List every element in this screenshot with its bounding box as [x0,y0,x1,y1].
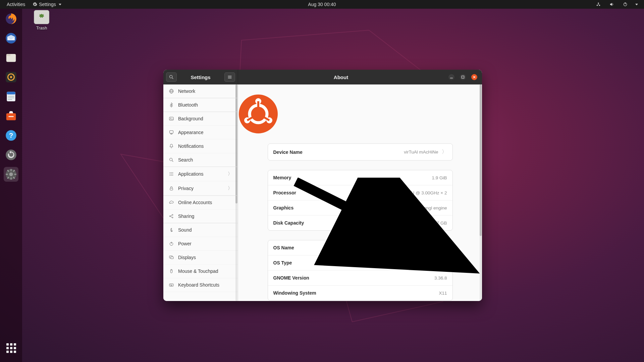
dock-app-rhythmbox[interactable] [4,70,18,84]
os-row-os-name: OS NameUbuntu 20.04.5 LTS [268,240,452,255]
sidebar-item-background[interactable]: Background [163,112,238,126]
power-status-icon[interactable] [621,1,630,8]
displays-icon [169,255,174,260]
hw-row-disk-capacity: Disk Capacity68.7 GB [268,215,452,230]
svg-point-61 [172,231,173,232]
svg-rect-68 [169,284,173,286]
settings-sidebar[interactable]: NetworkBluetoothBackgroundAppearanceNoti… [163,84,238,301]
device-name-panel: Device Name virTuAl mAcHiNe 〉 [268,143,453,161]
files-icon [5,51,17,64]
apps-icon [169,171,174,177]
sidebar-item-sound[interactable]: Sound [163,223,238,237]
device-name-value: virTuAl mAcHiNe [404,149,438,155]
sidebar-item-label: Online Accounts [178,200,212,205]
content-scrollbar[interactable] [480,84,482,301]
dock-app-thunderbird[interactable] [4,31,18,46]
sidebar-search-button[interactable] [166,72,177,82]
sidebar-item-power[interactable]: Power [163,237,238,251]
sidebar-item-network[interactable]: Network [163,84,238,98]
close-button[interactable] [471,74,477,80]
svg-rect-8 [6,54,11,56]
desktop-trash[interactable]: Trash [30,10,53,31]
chevron-right-icon: 〉 [228,171,232,177]
sidebar-item-notifications[interactable]: Notifications [163,139,238,153]
svg-rect-16 [8,99,12,100]
svg-point-58 [169,216,170,217]
row-value: 64-bit [436,260,447,265]
sidebar-item-label: Bluetooth [178,102,198,108]
bluetooth-icon [169,102,174,108]
row-key: GNOME Version [273,275,309,281]
sidebar-item-keyboard-shortcuts[interactable]: Keyboard Shortcuts [163,278,238,292]
sidebar-item-label: Applications [178,171,204,177]
svg-point-59 [172,214,173,215]
dock-app-writer[interactable] [4,89,18,104]
sidebar-item-sharing[interactable]: Sharing [163,209,238,223]
row-value: virgl (AMD® Radeon pro 555 opengl engine [359,205,447,210]
device-name-row[interactable]: Device Name virTuAl mAcHiNe 〉 [268,144,452,160]
svg-point-23 [9,172,13,176]
sidebar-item-displays[interactable]: Displays [163,251,238,264]
network-status-icon[interactable] [594,1,603,8]
sidebar-item-online-accounts[interactable]: Online Accounts [163,196,238,209]
svg-rect-34 [228,76,232,76]
row-key: OS Name [273,245,294,250]
sidebar-item-label: Appearance [178,130,204,135]
updater-icon [5,148,17,161]
sidebar-item-mouse-touchpad[interactable]: Mouse & Touchpad [163,264,238,278]
svg-point-46 [170,158,172,161]
show-apps-button[interactable] [4,341,18,355]
svg-rect-65 [171,257,173,259]
svg-point-11 [10,76,12,78]
sidebar-item-label: Keyboard Shortcuts [178,282,219,288]
rhythmbox-icon [5,71,17,83]
hamburger-menu-button[interactable] [224,72,235,82]
hardware-panel: Memory1.9 GiBProcessorIntel® Core™ i5-74… [268,170,453,231]
clock-button[interactable]: Aug 30 00:40 [306,1,338,8]
svg-point-60 [172,217,173,218]
about-panel: Device Name virTuAl mAcHiNe 〉 Memory1.9 … [238,84,482,301]
row-value: 68.7 GB [430,221,447,226]
sidebar-item-search[interactable]: Search [163,153,238,167]
clock-label: Aug 30 00:40 [308,2,336,7]
svg-rect-44 [170,131,173,133]
svg-point-32 [170,75,172,78]
thunderbird-icon [5,32,17,45]
svg-text:?: ? [9,131,13,139]
window-titlebar[interactable]: Settings About [163,70,482,84]
svg-rect-36 [228,78,232,78]
maximize-button[interactable] [460,74,466,80]
minimize-button[interactable] [448,74,454,80]
os-panel: OS NameUbuntu 20.04.5 LTSOS Type64-bitGN… [268,240,453,301]
sidebar-item-label: Power [178,241,192,246]
hw-row-graphics: Graphicsvirgl (AMD® Radeon pro 555 openg… [268,200,452,215]
sidebar-item-applications[interactable]: Applications〉 [163,167,238,181]
sidebar-item-appearance[interactable]: Appearance [163,126,238,139]
window-title: Settings [179,74,222,80]
sidebar-item-label: Background [178,116,203,121]
volume-status-icon[interactable] [607,1,616,8]
dock-app-files[interactable] [4,50,18,65]
app-menu-button[interactable]: Settings [31,1,63,8]
sidebar-item-bluetooth[interactable]: Bluetooth [163,98,238,112]
svg-point-49 [171,172,172,173]
svg-point-50 [172,172,173,173]
svg-rect-15 [8,98,14,98]
dock-app-help[interactable]: ? [4,128,18,143]
row-key: Processor [273,190,296,195]
svg-rect-27 [14,174,16,175]
close-icon [473,75,476,79]
sidebar-item-label: Sharing [178,214,194,219]
os-row-gnome-version: GNOME Version3.36.8 [268,270,452,285]
dock-app-updater[interactable] [4,147,18,162]
sidebar-item-privacy[interactable]: Privacy〉 [163,181,238,196]
svg-point-55 [171,175,172,176]
svg-rect-14 [8,96,14,97]
dock-app-software[interactable] [4,109,18,123]
row-key: Memory [273,175,291,180]
os-row-os-type: OS Type64-bit [268,255,452,270]
gear-icon [33,2,37,7]
dock-app-settings[interactable] [4,167,18,182]
dock-app-firefox[interactable] [4,11,18,26]
activities-button[interactable]: Activities [5,1,27,8]
